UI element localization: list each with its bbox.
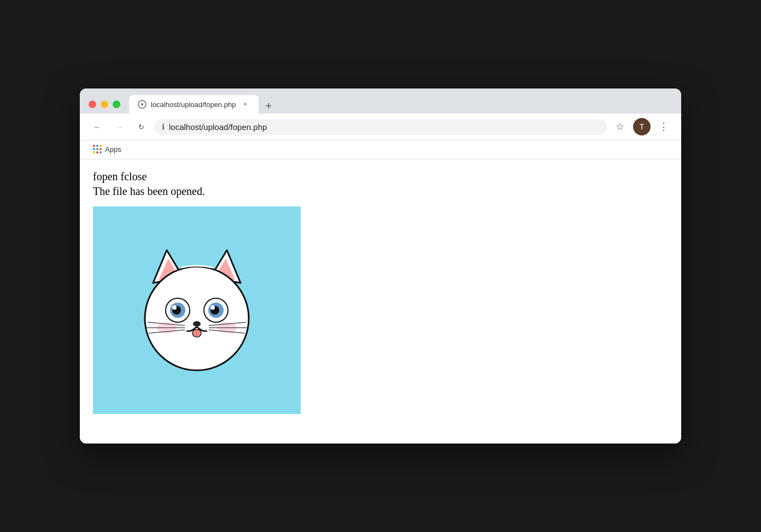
tab-bar: localhost/upload/fopen.php × + bbox=[129, 95, 672, 114]
svg-point-10 bbox=[172, 305, 177, 310]
menu-button[interactable]: ⋮ bbox=[655, 118, 672, 135]
reload-button[interactable]: ↻ bbox=[132, 118, 150, 135]
minimize-button[interactable] bbox=[101, 101, 108, 108]
apps-label: Apps bbox=[105, 145, 121, 153]
nav-bar: ← → ↻ ℹ localhost/upload/fopen.php ☆ T ⋮ bbox=[80, 114, 681, 140]
tab-favicon bbox=[138, 100, 147, 109]
security-icon: ℹ bbox=[162, 122, 165, 131]
tab-title: localhost/upload/fopen.php bbox=[151, 101, 236, 109]
maximize-button[interactable] bbox=[113, 101, 120, 108]
page-heading: fopen fclose bbox=[93, 170, 668, 183]
browser-window: localhost/upload/fopen.php × + ← → ↻ ℹ l… bbox=[80, 88, 681, 444]
page-content: fopen fclose The file has been opened. bbox=[80, 159, 681, 444]
tab-close-button[interactable]: × bbox=[240, 99, 250, 109]
star-icon: ☆ bbox=[616, 121, 624, 133]
cat-image bbox=[93, 206, 301, 414]
back-icon: ← bbox=[93, 123, 101, 131]
new-tab-button[interactable]: + bbox=[261, 98, 276, 114]
back-button[interactable]: ← bbox=[89, 118, 106, 135]
svg-point-1 bbox=[141, 103, 143, 105]
address-text: localhost/upload/fopen.php bbox=[169, 122, 599, 132]
forward-button[interactable]: → bbox=[110, 118, 128, 135]
apps-bookmark[interactable]: Apps bbox=[89, 143, 126, 156]
title-bar: localhost/upload/fopen.php × + bbox=[80, 88, 681, 114]
svg-point-14 bbox=[210, 305, 215, 310]
forward-icon: → bbox=[115, 123, 122, 131]
svg-point-15 bbox=[193, 321, 201, 327]
active-tab[interactable]: localhost/upload/fopen.php × bbox=[129, 95, 259, 114]
close-button[interactable] bbox=[89, 101, 96, 108]
page-subtext: The file has been opened. bbox=[93, 185, 668, 198]
bookmark-button[interactable]: ☆ bbox=[611, 118, 629, 135]
svg-point-6 bbox=[145, 267, 249, 370]
google-dots-icon bbox=[93, 145, 102, 153]
cat-svg bbox=[120, 234, 273, 387]
window-controls bbox=[89, 101, 120, 108]
more-icon: ⋮ bbox=[659, 121, 669, 133]
profile-button[interactable]: T bbox=[633, 118, 651, 135]
reload-icon: ↻ bbox=[138, 123, 144, 131]
address-bar[interactable]: ℹ localhost/upload/fopen.php bbox=[154, 119, 607, 135]
bookmarks-bar: Apps bbox=[80, 140, 681, 159]
